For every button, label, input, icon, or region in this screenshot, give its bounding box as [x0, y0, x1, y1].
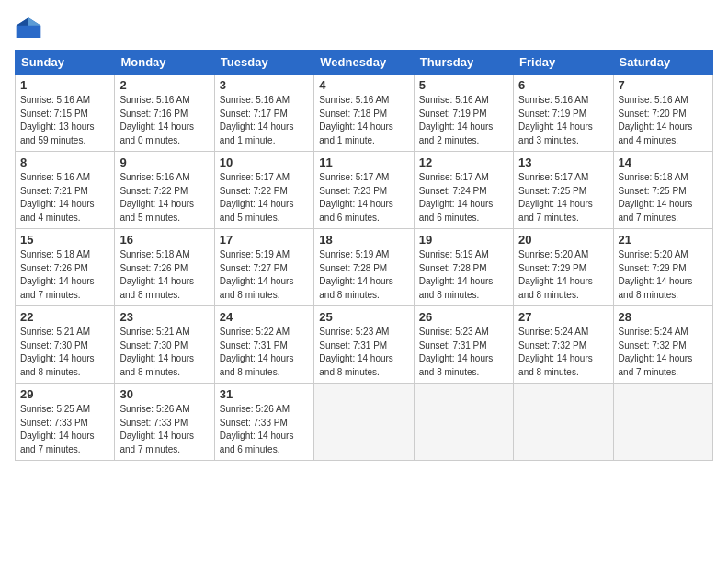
day-info: Sunrise: 5:18 AM Sunset: 7:25 PM Dayligh…: [619, 171, 708, 224]
day-number: 21: [619, 233, 708, 247]
day-info: Sunrise: 5:21 AM Sunset: 7:30 PM Dayligh…: [119, 326, 209, 379]
week-row-3: 15Sunrise: 5:18 AM Sunset: 7:26 PM Dayli…: [16, 229, 713, 306]
calendar-cell: 26Sunrise: 5:23 AM Sunset: 7:31 PM Dayli…: [414, 306, 513, 384]
col-header-monday: Monday: [115, 51, 214, 75]
logo: [15, 15, 46, 42]
svg-marker-1: [28, 17, 40, 25]
calendar-cell: 8Sunrise: 5:16 AM Sunset: 7:21 PM Daylig…: [16, 152, 115, 229]
calendar-cell: [414, 384, 513, 461]
col-header-friday: Friday: [514, 51, 613, 75]
day-number: 16: [119, 233, 209, 247]
day-number: 18: [319, 233, 408, 247]
calendar-cell: 21Sunrise: 5:20 AM Sunset: 7:29 PM Dayli…: [613, 229, 712, 306]
day-number: 8: [20, 155, 109, 169]
calendar-cell: 29Sunrise: 5:25 AM Sunset: 7:33 PM Dayli…: [16, 384, 115, 461]
day-info: Sunrise: 5:23 AM Sunset: 7:31 PM Dayligh…: [319, 326, 408, 379]
calendar-cell: 6Sunrise: 5:16 AM Sunset: 7:19 PM Daylig…: [514, 75, 613, 152]
day-number: 11: [319, 155, 408, 169]
day-info: Sunrise: 5:20 AM Sunset: 7:29 PM Dayligh…: [518, 248, 608, 302]
day-info: Sunrise: 5:18 AM Sunset: 7:26 PM Dayligh…: [119, 248, 209, 302]
day-number: 28: [619, 310, 708, 324]
day-info: Sunrise: 5:25 AM Sunset: 7:33 PM Dayligh…: [20, 403, 109, 456]
day-number: 10: [220, 155, 309, 169]
day-number: 4: [319, 78, 408, 92]
week-row-1: 1Sunrise: 5:16 AM Sunset: 7:15 PM Daylig…: [16, 75, 713, 152]
day-number: 9: [119, 155, 209, 169]
day-info: Sunrise: 5:19 AM Sunset: 7:27 PM Dayligh…: [220, 248, 309, 302]
day-number: 2: [119, 78, 209, 92]
day-number: 19: [419, 233, 508, 247]
page-header: [15, 15, 713, 42]
day-info: Sunrise: 5:26 AM Sunset: 7:33 PM Dayligh…: [119, 403, 209, 456]
day-number: 30: [119, 387, 209, 401]
calendar-cell: 16Sunrise: 5:18 AM Sunset: 7:26 PM Dayli…: [115, 229, 214, 306]
day-number: 22: [20, 310, 109, 324]
day-number: 17: [220, 233, 309, 247]
calendar-cell: 12Sunrise: 5:17 AM Sunset: 7:24 PM Dayli…: [414, 152, 513, 229]
calendar-cell: 4Sunrise: 5:16 AM Sunset: 7:18 PM Daylig…: [314, 75, 414, 152]
day-info: Sunrise: 5:16 AM Sunset: 7:20 PM Dayligh…: [619, 94, 708, 147]
day-number: 27: [518, 310, 608, 324]
day-number: 29: [20, 387, 109, 401]
day-info: Sunrise: 5:16 AM Sunset: 7:18 PM Dayligh…: [319, 94, 408, 147]
calendar-cell: 1Sunrise: 5:16 AM Sunset: 7:15 PM Daylig…: [16, 75, 115, 152]
calendar-cell: 2Sunrise: 5:16 AM Sunset: 7:16 PM Daylig…: [115, 75, 214, 152]
day-info: Sunrise: 5:16 AM Sunset: 7:15 PM Dayligh…: [20, 94, 109, 147]
day-info: Sunrise: 5:23 AM Sunset: 7:31 PM Dayligh…: [419, 326, 508, 379]
col-header-saturday: Saturday: [613, 51, 712, 75]
calendar-cell: 28Sunrise: 5:24 AM Sunset: 7:32 PM Dayli…: [613, 306, 712, 384]
day-number: 14: [619, 155, 708, 169]
day-info: Sunrise: 5:19 AM Sunset: 7:28 PM Dayligh…: [319, 248, 408, 302]
day-info: Sunrise: 5:17 AM Sunset: 7:23 PM Dayligh…: [319, 171, 408, 224]
day-info: Sunrise: 5:16 AM Sunset: 7:17 PM Dayligh…: [220, 94, 309, 147]
day-info: Sunrise: 5:16 AM Sunset: 7:19 PM Dayligh…: [518, 94, 608, 147]
calendar-cell: [613, 384, 712, 461]
week-row-4: 22Sunrise: 5:21 AM Sunset: 7:30 PM Dayli…: [16, 306, 713, 384]
day-number: 15: [20, 233, 109, 247]
day-info: Sunrise: 5:22 AM Sunset: 7:31 PM Dayligh…: [220, 326, 309, 379]
col-header-wednesday: Wednesday: [314, 51, 414, 75]
calendar-cell: 23Sunrise: 5:21 AM Sunset: 7:30 PM Dayli…: [115, 306, 214, 384]
calendar-cell: 14Sunrise: 5:18 AM Sunset: 7:25 PM Dayli…: [613, 152, 712, 229]
day-info: Sunrise: 5:18 AM Sunset: 7:26 PM Dayligh…: [20, 248, 109, 302]
calendar-cell: 7Sunrise: 5:16 AM Sunset: 7:20 PM Daylig…: [613, 75, 712, 152]
day-number: 31: [220, 387, 309, 401]
calendar-cell: 17Sunrise: 5:19 AM Sunset: 7:27 PM Dayli…: [214, 229, 313, 306]
day-number: 7: [619, 78, 708, 92]
calendar-cell: 20Sunrise: 5:20 AM Sunset: 7:29 PM Dayli…: [514, 229, 613, 306]
calendar-cell: 18Sunrise: 5:19 AM Sunset: 7:28 PM Dayli…: [314, 229, 414, 306]
logo-icon: [15, 15, 42, 42]
day-number: 24: [220, 310, 309, 324]
day-number: 6: [518, 78, 608, 92]
day-number: 5: [419, 78, 508, 92]
day-number: 3: [220, 78, 309, 92]
calendar-cell: 13Sunrise: 5:17 AM Sunset: 7:25 PM Dayli…: [514, 152, 613, 229]
day-info: Sunrise: 5:16 AM Sunset: 7:19 PM Dayligh…: [419, 94, 508, 147]
col-header-tuesday: Tuesday: [214, 51, 313, 75]
day-info: Sunrise: 5:21 AM Sunset: 7:30 PM Dayligh…: [20, 326, 109, 379]
week-row-2: 8Sunrise: 5:16 AM Sunset: 7:21 PM Daylig…: [16, 152, 713, 229]
day-number: 25: [319, 310, 408, 324]
calendar-cell: 22Sunrise: 5:21 AM Sunset: 7:30 PM Dayli…: [16, 306, 115, 384]
calendar-cell: 10Sunrise: 5:17 AM Sunset: 7:22 PM Dayli…: [214, 152, 313, 229]
calendar-cell: 19Sunrise: 5:19 AM Sunset: 7:28 PM Dayli…: [414, 229, 513, 306]
day-info: Sunrise: 5:20 AM Sunset: 7:29 PM Dayligh…: [619, 248, 708, 302]
day-info: Sunrise: 5:16 AM Sunset: 7:21 PM Dayligh…: [20, 171, 109, 224]
day-info: Sunrise: 5:17 AM Sunset: 7:22 PM Dayligh…: [220, 171, 309, 224]
calendar-cell: 27Sunrise: 5:24 AM Sunset: 7:32 PM Dayli…: [514, 306, 613, 384]
calendar-cell: 30Sunrise: 5:26 AM Sunset: 7:33 PM Dayli…: [115, 384, 214, 461]
calendar-cell: [514, 384, 613, 461]
week-row-5: 29Sunrise: 5:25 AM Sunset: 7:33 PM Dayli…: [16, 384, 713, 461]
col-header-sunday: Sunday: [16, 51, 115, 75]
calendar-cell: 31Sunrise: 5:26 AM Sunset: 7:33 PM Dayli…: [214, 384, 313, 461]
day-info: Sunrise: 5:16 AM Sunset: 7:16 PM Dayligh…: [119, 94, 209, 147]
svg-marker-2: [17, 17, 28, 25]
calendar-cell: [314, 384, 414, 461]
day-info: Sunrise: 5:19 AM Sunset: 7:28 PM Dayligh…: [419, 248, 508, 302]
day-info: Sunrise: 5:24 AM Sunset: 7:32 PM Dayligh…: [619, 326, 708, 379]
day-number: 23: [119, 310, 209, 324]
calendar-cell: 24Sunrise: 5:22 AM Sunset: 7:31 PM Dayli…: [214, 306, 313, 384]
day-info: Sunrise: 5:17 AM Sunset: 7:24 PM Dayligh…: [419, 171, 508, 224]
calendar-cell: 3Sunrise: 5:16 AM Sunset: 7:17 PM Daylig…: [214, 75, 313, 152]
day-number: 26: [419, 310, 508, 324]
